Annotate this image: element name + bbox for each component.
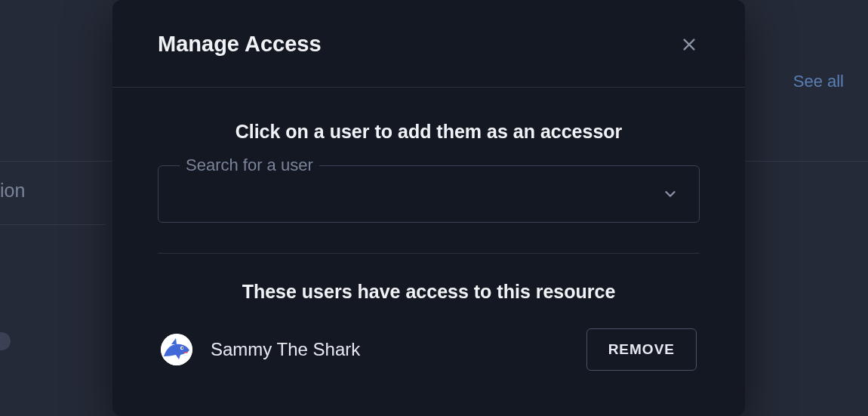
user-name: Sammy The Shark — [211, 339, 360, 360]
user-search-select[interactable]: Search for a user — [158, 165, 700, 223]
see-all-link[interactable]: See all — [793, 72, 844, 91]
user-info: Sammy The Shark — [161, 334, 360, 365]
close-button[interactable] — [679, 34, 700, 55]
search-label: Search for a user — [180, 156, 319, 175]
close-icon — [681, 36, 697, 53]
search-input[interactable] — [177, 186, 660, 203]
user-row: Sammy The Shark REMOVE — [158, 328, 700, 371]
chevron-down-icon — [662, 186, 679, 202]
bg-text-fragment: ion — [0, 180, 25, 202]
shark-avatar-icon — [161, 334, 192, 365]
dropdown-toggle[interactable] — [660, 183, 681, 205]
access-heading: These users have access to this resource — [158, 281, 700, 303]
remove-button[interactable]: REMOVE — [586, 328, 697, 371]
manage-access-modal: Manage Access Click on a user to add the… — [112, 0, 745, 416]
add-user-prompt: Click on a user to add them as an access… — [158, 121, 700, 143]
modal-title: Manage Access — [158, 32, 322, 57]
modal-header: Manage Access — [112, 0, 745, 88]
avatar — [161, 334, 192, 365]
section-divider — [158, 253, 700, 254]
bg-shape — [0, 332, 11, 350]
svg-point-4 — [181, 347, 183, 349]
modal-body: Click on a user to add them as an access… — [112, 88, 745, 371]
bg-divider-2 — [0, 224, 106, 225]
